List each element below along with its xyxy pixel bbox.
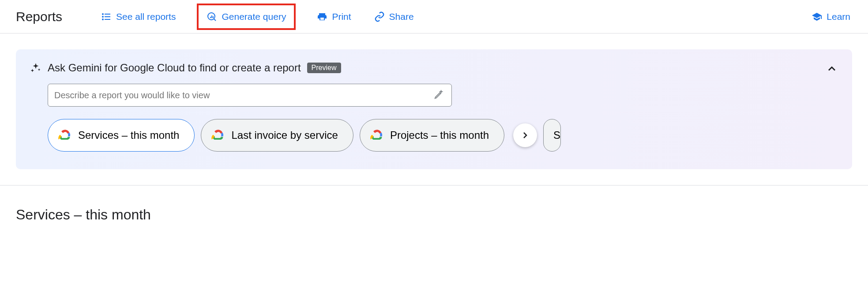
svg-point-4: [102, 16, 103, 17]
section-title: Services – this month: [0, 186, 868, 223]
print-button[interactable]: Print: [315, 9, 353, 25]
toolbar: Reports See all reports Generate query: [0, 0, 868, 33]
toolbar-actions: See all reports Generate query Print: [99, 4, 790, 30]
page-title: Reports: [16, 9, 62, 24]
chip-label: S: [553, 129, 560, 141]
query-stats-icon: [207, 11, 217, 22]
pencil-spark-icon: [434, 90, 443, 100]
chip-partial-overflow[interactable]: S: [543, 119, 561, 152]
link-icon: [374, 11, 385, 22]
chip-label: Last invoice by service: [231, 129, 338, 141]
learn-button[interactable]: Learn: [810, 9, 852, 25]
chip-label: Projects – this month: [390, 129, 489, 141]
generate-query-label: Generate query: [222, 11, 286, 22]
gemini-title: Ask Gemini for Google Cloud to find or c…: [48, 62, 301, 74]
see-all-reports-button[interactable]: See all reports: [99, 9, 177, 25]
share-label: Share: [389, 11, 414, 22]
gemini-input-container[interactable]: [48, 84, 452, 107]
suggestion-chip-row: Services – this month Last invoice by se…: [48, 119, 838, 152]
sparkle-icon: [30, 62, 41, 74]
chevron-right-icon: [520, 130, 530, 141]
collapse-button[interactable]: [823, 60, 841, 79]
google-cloud-icon: [211, 129, 224, 142]
print-label: Print: [332, 11, 351, 22]
gemini-header: Ask Gemini for Google Cloud to find or c…: [30, 62, 838, 74]
chip-services-this-month[interactable]: Services – this month: [48, 119, 195, 152]
share-button[interactable]: Share: [372, 9, 416, 25]
generate-query-button[interactable]: Generate query: [205, 9, 288, 25]
chip-projects-this-month[interactable]: Projects – this month: [360, 119, 504, 152]
svg-point-5: [102, 19, 103, 20]
gemini-panel: Ask Gemini for Google Cloud to find or c…: [16, 49, 852, 169]
chip-last-invoice[interactable]: Last invoice by service: [201, 119, 353, 152]
chip-label: Services – this month: [78, 129, 179, 141]
school-icon: [812, 11, 822, 22]
google-cloud-icon: [370, 129, 383, 142]
print-icon: [317, 11, 327, 22]
svg-line-10: [214, 19, 216, 21]
chip-scroll-next-button[interactable]: [513, 123, 537, 147]
chevron-up-icon: [826, 63, 838, 75]
see-all-reports-label: See all reports: [116, 11, 176, 22]
highlight-box: Generate query: [197, 4, 296, 30]
list-icon: [101, 11, 112, 22]
learn-label: Learn: [827, 11, 850, 22]
preview-badge: Preview: [307, 63, 341, 73]
svg-point-3: [102, 14, 103, 15]
magic-pencil-button[interactable]: [432, 88, 445, 103]
gemini-input[interactable]: [54, 90, 432, 100]
google-cloud-icon: [58, 129, 71, 142]
